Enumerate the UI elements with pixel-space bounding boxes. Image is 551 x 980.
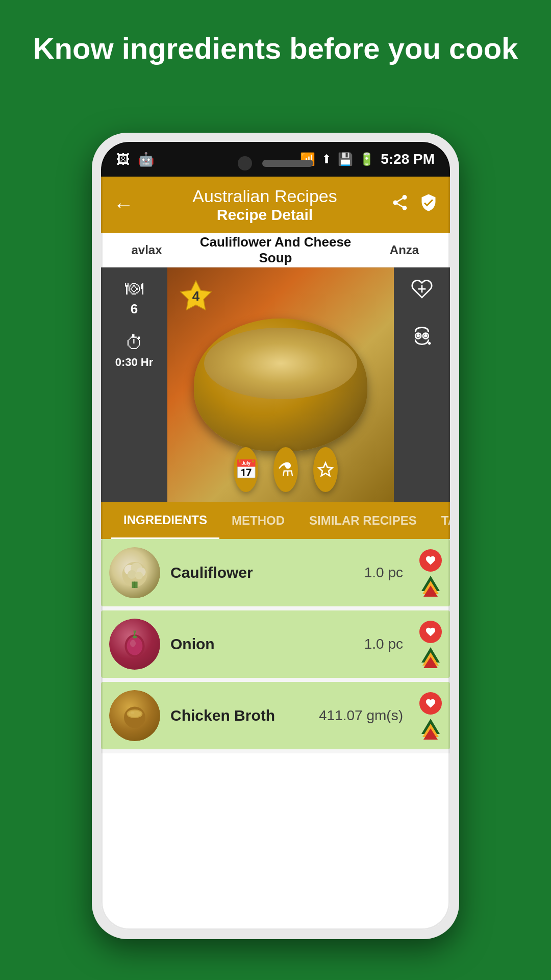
share-icon[interactable] [391,193,409,216]
tab-method[interactable]: METHOD [219,502,297,539]
nutrition-triangle-onion [421,647,440,668]
signal-icon: ⬆ [321,152,332,166]
servings-stat: 🍽 6 [125,278,143,317]
headline: Know ingredients before you cook [0,31,551,66]
app-bar-actions [391,193,438,216]
svg-point-11 [128,570,136,579]
soup-surface [204,328,357,399]
ingredient-avatar-onion [109,619,160,670]
phone-screen: 🖼 🤖 📶 ⬆ 💾 🔋 5:28 PM ← Australian Recipes… [101,142,450,930]
nutrition-triangle-cauliflower [421,576,440,597]
tab-pavlax[interactable]: avlax [101,243,192,257]
health-icon-cauliflower[interactable] [419,549,442,572]
status-time: 5:28 PM [381,151,435,167]
recipe-image-area: 🍽 6 ⏱ 0:30 Hr 4 [101,267,450,502]
rate-button[interactable] [313,447,338,492]
rating-value: 4 [192,288,199,304]
svg-line-20 [135,630,136,634]
time-icon: ⏱ [125,332,143,354]
svg-line-6 [429,342,431,345]
android-status-icon: 🤖 [138,152,154,167]
ingredient-icons-cauliflower [419,549,442,597]
app-subtitle: Recipe Detail [147,206,383,224]
nutrition-triangle-broth [421,719,440,740]
tab-ta[interactable]: TA [429,502,450,539]
ingredients-list: Cauliflower 1.0 pc [101,539,450,753]
svg-point-24 [131,712,134,714]
health-icon-broth[interactable] [419,692,442,715]
svg-point-4 [425,335,427,337]
side-panel-left: 🍽 6 ⏱ 0:30 Hr [101,267,167,502]
time-stat: ⏱ 0:30 Hr [115,332,154,369]
ingredient-amount-cauliflower: 1.0 pc [364,565,403,581]
health-icon-onion[interactable] [419,621,442,643]
tab-cauliflower-soup[interactable]: Cauliflower And Cheese Soup [192,234,359,266]
ingredient-amount-onion: 1.0 pc [364,636,403,652]
phone-camera-area [238,156,313,170]
list-item: Cauliflower 1.0 pc [101,539,450,606]
ingredient-name-cauliflower: Cauliflower [170,564,354,581]
ingredient-amount-broth: 411.07 gm(s) [319,707,403,724]
ingredient-avatar-cauliflower [109,547,160,598]
serving-button[interactable]: ⚗ [273,447,298,492]
svg-point-12 [135,572,143,579]
svg-point-17 [130,640,136,647]
sd-icon: 💾 [338,152,353,166]
shield-icon[interactable] [419,193,438,216]
side-panel-right [394,267,450,502]
favorite-icon[interactable] [411,278,433,304]
status-right-icons: 📶 ⬆ 💾 🔋 5:28 PM [300,151,435,167]
servings-value: 6 [131,301,138,317]
app-bar-title-container: Australian Recipes Recipe Detail [147,186,383,224]
ingredient-name-broth: Chicken Broth [170,707,309,724]
list-item: Onion 1.0 pc [101,610,450,678]
servings-icon: 🍽 [125,278,143,299]
broth-image [109,690,160,741]
speaker-bar [262,160,313,167]
battery-icon: 🔋 [359,152,374,166]
back-button[interactable]: ← [113,193,139,216]
calendar-button[interactable]: 📅 [234,447,258,492]
owl-icon[interactable] [411,325,433,351]
soup-bowl [194,318,367,451]
ingredient-avatar-broth [109,690,160,741]
recipe-image: 4 📅 ⚗ [167,267,394,502]
svg-point-23 [128,710,141,717]
recipe-navigation-tabs: avlax Cauliflower And Cheese Soup Anza [101,233,450,267]
action-buttons-row: 📅 ⚗ [234,447,338,492]
image-status-icon: 🖼 [116,152,130,167]
ingredient-tabs-bar: INGREDIENTS METHOD SIMILAR RECIPES TA [101,502,450,539]
rating-badge: 4 [178,278,214,316]
ingredient-icons-onion [419,621,442,668]
cauliflower-image [109,547,160,598]
svg-point-18 [133,635,137,639]
tab-similar[interactable]: SIMILAR RECIPES [297,502,429,539]
svg-point-3 [417,335,419,337]
tab-ingredients[interactable]: INGREDIENTS [111,502,219,539]
ingredient-name-onion: Onion [170,635,354,653]
app-bar: ← Australian Recipes Recipe Detail [101,177,450,233]
phone-mockup: 🖼 🤖 📶 ⬆ 💾 🔋 5:28 PM ← Australian Recipes… [92,133,459,939]
onion-image [109,619,160,670]
status-left-icons: 🖼 🤖 [116,152,154,167]
ingredient-icons-broth [419,692,442,740]
tab-anza[interactable]: Anza [359,243,450,257]
list-item: Chicken Broth 411.07 gm(s) [101,682,450,749]
svg-line-19 [134,630,135,635]
camera-dot [238,156,252,170]
app-title: Australian Recipes [147,186,383,206]
time-value: 0:30 Hr [115,356,154,369]
